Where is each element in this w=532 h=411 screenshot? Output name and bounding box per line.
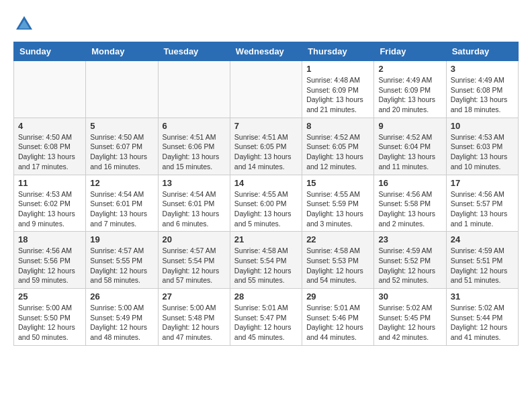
day-number: 11	[18, 178, 81, 188]
calendar-cell: 12Sunrise: 4:54 AM Sunset: 6:01 PM Dayli…	[86, 175, 158, 232]
calendar-cell: 21Sunrise: 4:58 AM Sunset: 5:54 PM Dayli…	[230, 232, 302, 289]
header-sunday: Sunday	[14, 42, 86, 61]
calendar-cell: 22Sunrise: 4:58 AM Sunset: 5:53 PM Dayli…	[302, 232, 374, 289]
day-number: 30	[378, 291, 441, 302]
day-number: 26	[90, 291, 153, 302]
calendar-cell: 5Sunrise: 4:50 AM Sunset: 6:07 PM Daylig…	[86, 118, 158, 175]
day-number: 19	[90, 234, 153, 244]
header-monday: Monday	[86, 42, 158, 61]
day-info: Sunrise: 4:54 AM Sunset: 6:01 PM Dayligh…	[163, 189, 226, 229]
calendar-cell: 2Sunrise: 4:49 AM Sunset: 6:09 PM Daylig…	[374, 61, 446, 118]
day-number: 1	[306, 64, 369, 74]
calendar-cell: 31Sunrise: 5:02 AM Sunset: 5:44 PM Dayli…	[446, 289, 518, 346]
day-number: 10	[451, 121, 514, 131]
calendar-cell: 6Sunrise: 4:51 AM Sunset: 6:06 PM Daylig…	[158, 118, 230, 175]
day-number: 21	[234, 234, 298, 244]
calendar-week-row-2: 4Sunrise: 4:50 AM Sunset: 6:08 PM Daylig…	[14, 118, 519, 175]
day-number: 29	[306, 291, 369, 302]
calendar-cell: 8Sunrise: 4:52 AM Sunset: 6:05 PM Daylig…	[302, 118, 374, 175]
calendar-week-row-1: 1Sunrise: 4:48 AM Sunset: 6:09 PM Daylig…	[14, 61, 519, 118]
day-info: Sunrise: 4:56 AM Sunset: 5:58 PM Dayligh…	[378, 189, 441, 229]
day-info: Sunrise: 4:51 AM Sunset: 6:06 PM Dayligh…	[163, 132, 226, 172]
calendar-cell: 18Sunrise: 4:56 AM Sunset: 5:56 PM Dayli…	[14, 232, 86, 289]
day-info: Sunrise: 4:49 AM Sunset: 6:08 PM Dayligh…	[451, 75, 514, 115]
day-number: 6	[163, 121, 226, 131]
calendar-week-row-4: 18Sunrise: 4:56 AM Sunset: 5:56 PM Dayli…	[14, 232, 519, 289]
day-number: 20	[163, 234, 226, 244]
day-number: 7	[234, 121, 298, 131]
day-info: Sunrise: 5:01 AM Sunset: 5:46 PM Dayligh…	[306, 303, 369, 342]
day-number: 9	[378, 121, 441, 131]
day-info: Sunrise: 4:51 AM Sunset: 6:05 PM Dayligh…	[234, 132, 298, 172]
calendar-cell: 19Sunrise: 4:57 AM Sunset: 5:55 PM Dayli…	[86, 232, 158, 289]
day-number: 27	[163, 291, 226, 302]
day-info: Sunrise: 4:50 AM Sunset: 6:08 PM Dayligh…	[18, 132, 81, 172]
day-info: Sunrise: 4:54 AM Sunset: 6:01 PM Dayligh…	[90, 189, 153, 229]
day-info: Sunrise: 4:57 AM Sunset: 5:55 PM Dayligh…	[90, 246, 153, 285]
day-info: Sunrise: 5:00 AM Sunset: 5:48 PM Dayligh…	[163, 303, 226, 342]
day-info: Sunrise: 4:55 AM Sunset: 6:00 PM Dayligh…	[234, 189, 298, 229]
day-number: 12	[90, 178, 153, 188]
day-info: Sunrise: 4:53 AM Sunset: 6:03 PM Dayligh…	[451, 132, 514, 172]
calendar-cell	[158, 61, 230, 118]
day-info: Sunrise: 4:59 AM Sunset: 5:51 PM Dayligh…	[451, 246, 514, 285]
calendar-cell: 26Sunrise: 5:00 AM Sunset: 5:49 PM Dayli…	[86, 289, 158, 346]
calendar-cell: 17Sunrise: 4:56 AM Sunset: 5:57 PM Dayli…	[446, 175, 518, 232]
day-info: Sunrise: 5:01 AM Sunset: 5:47 PM Dayligh…	[234, 303, 298, 342]
day-info: Sunrise: 5:02 AM Sunset: 5:44 PM Dayligh…	[451, 303, 514, 342]
calendar-cell: 11Sunrise: 4:53 AM Sunset: 6:02 PM Dayli…	[14, 175, 86, 232]
calendar-cell: 10Sunrise: 4:53 AM Sunset: 6:03 PM Dayli…	[446, 118, 518, 175]
logo	[13, 13, 38, 35]
day-info: Sunrise: 4:53 AM Sunset: 6:02 PM Dayligh…	[18, 189, 81, 229]
day-info: Sunrise: 5:02 AM Sunset: 5:45 PM Dayligh…	[378, 303, 441, 342]
calendar-cell: 7Sunrise: 4:51 AM Sunset: 6:05 PM Daylig…	[230, 118, 302, 175]
day-number: 14	[234, 178, 298, 188]
page-header	[13, 13, 519, 35]
day-number: 17	[451, 178, 514, 188]
header-saturday: Saturday	[446, 42, 518, 61]
calendar-header-row: SundayMondayTuesdayWednesdayThursdayFrid…	[14, 42, 519, 61]
day-number: 31	[451, 291, 514, 302]
day-number: 4	[18, 121, 81, 131]
calendar-cell: 9Sunrise: 4:52 AM Sunset: 6:04 PM Daylig…	[374, 118, 446, 175]
calendar-cell: 20Sunrise: 4:57 AM Sunset: 5:54 PM Dayli…	[158, 232, 230, 289]
calendar-cell	[86, 61, 158, 118]
day-number: 22	[306, 234, 369, 244]
calendar-cell: 27Sunrise: 5:00 AM Sunset: 5:48 PM Dayli…	[158, 289, 230, 346]
day-info: Sunrise: 4:56 AM Sunset: 5:56 PM Dayligh…	[18, 246, 81, 285]
calendar-week-row-3: 11Sunrise: 4:53 AM Sunset: 6:02 PM Dayli…	[14, 175, 519, 232]
header-thursday: Thursday	[302, 42, 374, 61]
day-number: 8	[306, 121, 369, 131]
day-number: 25	[18, 291, 81, 302]
day-info: Sunrise: 4:57 AM Sunset: 5:54 PM Dayligh…	[163, 246, 226, 285]
calendar-cell	[14, 61, 86, 118]
calendar-cell: 16Sunrise: 4:56 AM Sunset: 5:58 PM Dayli…	[374, 175, 446, 232]
calendar-table: SundayMondayTuesdayWednesdayThursdayFrid…	[13, 42, 519, 346]
day-info: Sunrise: 4:52 AM Sunset: 6:05 PM Dayligh…	[306, 132, 369, 172]
day-info: Sunrise: 4:50 AM Sunset: 6:07 PM Dayligh…	[90, 132, 153, 172]
calendar-week-row-5: 25Sunrise: 5:00 AM Sunset: 5:50 PM Dayli…	[14, 289, 519, 346]
day-number: 24	[451, 234, 514, 244]
calendar-cell: 14Sunrise: 4:55 AM Sunset: 6:00 PM Dayli…	[230, 175, 302, 232]
day-info: Sunrise: 5:00 AM Sunset: 5:50 PM Dayligh…	[18, 303, 81, 342]
calendar-cell	[230, 61, 302, 118]
day-number: 16	[378, 178, 441, 188]
day-number: 15	[306, 178, 369, 188]
day-number: 23	[378, 234, 441, 244]
calendar-cell: 1Sunrise: 4:48 AM Sunset: 6:09 PM Daylig…	[302, 61, 374, 118]
calendar-cell: 13Sunrise: 4:54 AM Sunset: 6:01 PM Dayli…	[158, 175, 230, 232]
day-info: Sunrise: 4:56 AM Sunset: 5:57 PM Dayligh…	[451, 189, 514, 229]
calendar-cell: 28Sunrise: 5:01 AM Sunset: 5:47 PM Dayli…	[230, 289, 302, 346]
day-info: Sunrise: 4:59 AM Sunset: 5:52 PM Dayligh…	[378, 246, 441, 285]
day-info: Sunrise: 5:00 AM Sunset: 5:49 PM Dayligh…	[90, 303, 153, 342]
day-number: 3	[451, 64, 514, 74]
day-number: 28	[234, 291, 298, 302]
header-wednesday: Wednesday	[230, 42, 302, 61]
day-number: 2	[378, 64, 441, 74]
logo-icon	[13, 13, 35, 35]
day-info: Sunrise: 4:49 AM Sunset: 6:09 PM Dayligh…	[378, 75, 441, 115]
calendar-cell: 29Sunrise: 5:01 AM Sunset: 5:46 PM Dayli…	[302, 289, 374, 346]
calendar-cell: 30Sunrise: 5:02 AM Sunset: 5:45 PM Dayli…	[374, 289, 446, 346]
day-info: Sunrise: 4:58 AM Sunset: 5:53 PM Dayligh…	[306, 246, 369, 285]
calendar-cell: 15Sunrise: 4:55 AM Sunset: 5:59 PM Dayli…	[302, 175, 374, 232]
